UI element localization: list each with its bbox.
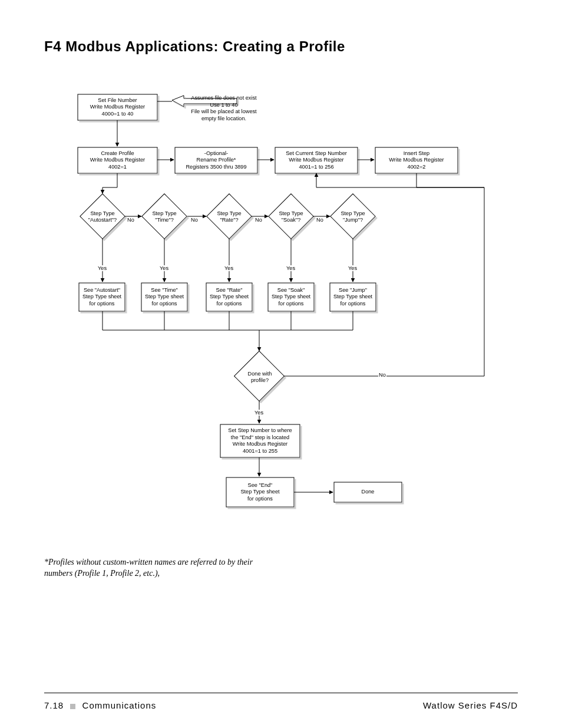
d-rate-2: "Rate"? (220, 217, 238, 224)
see-jump-3: for options (340, 301, 366, 308)
see-soak-3: for options (279, 301, 304, 308)
d-autostart-1: Step Type (90, 210, 114, 218)
yes-5: Yes (348, 265, 358, 271)
box-insert-1: Insert Step (404, 150, 429, 157)
box-setfile-3: 4000=1 to 40 (102, 111, 134, 118)
box-create-1: Create Profile (101, 150, 134, 157)
yes-2: Yes (159, 265, 169, 271)
d-rate-1: Step Type (217, 210, 241, 218)
yes-done: Yes (254, 410, 264, 416)
d-jump-2: "Jump"? (343, 217, 363, 224)
box-insert-3: 4002=2 (408, 164, 426, 171)
box-optional-1: -Optional- (204, 150, 228, 157)
setstep-1: Set Step Number to where (228, 427, 292, 434)
setstep-3: Write Modbus Register (233, 441, 287, 448)
flowchart: Set File Number Write Modbus Register 40… (66, 83, 490, 531)
done-box: Done (362, 489, 375, 496)
setstep-4: 4001=1 to 255 (243, 448, 277, 455)
yes-1: Yes (97, 265, 107, 271)
d-soak-1: Step Type (279, 210, 303, 218)
d-time-1: Step Type (152, 210, 176, 218)
box-setcur-2: Write Modbus Register (289, 157, 343, 164)
d-jump-1: Step Type (340, 210, 365, 218)
box-create-3: 4002=1 (108, 164, 127, 171)
box-setfile-2: Write Modbus Register (90, 104, 145, 111)
yes-4: Yes (286, 265, 296, 271)
box-assumes-2: Use 1 to 40 (210, 102, 238, 109)
see-auto-3: for options (90, 301, 115, 308)
footer-left: 7.18 Communications (44, 700, 156, 710)
page-title: F4 Modbus Applications: Creating a Profi… (44, 38, 345, 55)
box-insert-2: Write Modbus Register (389, 157, 444, 164)
d-time-2: "Time"? (155, 217, 174, 224)
see-auto-1: See "Autostart" (84, 287, 120, 294)
footer-rule (44, 693, 518, 693)
setstep-2: the "End" step is located (231, 434, 289, 442)
footer-right: Watlow Series F4S/D (423, 700, 518, 710)
see-auto-2: Step Type sheet (82, 294, 121, 301)
see-end-2: Step Type sheet (240, 489, 279, 496)
box-setcur-3: 4001=1 to 256 (299, 164, 333, 171)
footer-square-icon (70, 704, 75, 709)
yes-3: Yes (224, 265, 234, 271)
no-3: No (254, 217, 263, 223)
box-setcur-1: Set Current Step Number (286, 150, 347, 157)
no-1: No (127, 217, 135, 223)
box-optional-3: Registers 3500 thru 3899 (186, 164, 246, 171)
d-done-2: profile? (251, 377, 269, 384)
box-optional-2: Rename Profile* (197, 157, 236, 164)
see-soak-2: Step Type sheet (272, 294, 310, 301)
see-end-1: See "End" (248, 482, 273, 489)
see-jump-2: Step Type sheet (333, 294, 372, 301)
see-time-2: Step Type sheet (145, 294, 184, 301)
d-done-1: Done with (248, 371, 272, 378)
box-assumes-1: Assumes file does not exist (191, 95, 256, 102)
see-rate-3: for options (217, 301, 242, 308)
footer-section: Communications (82, 700, 157, 710)
see-end-3: for options (247, 496, 273, 503)
d-autostart-2: "Autostart"? (88, 217, 117, 224)
no-2: No (190, 217, 199, 223)
d-soak-2: "Soak"? (282, 217, 301, 224)
see-rate-2: Step Type sheet (210, 294, 249, 301)
box-assumes-3: File will be placed at lowest (191, 108, 256, 116)
see-time-3: for options (152, 301, 177, 308)
box-create-2: Write Modbus Register (90, 157, 145, 164)
no-4: No (316, 217, 324, 223)
no-done: No (378, 372, 386, 378)
box-assumes-4: empty file location. (201, 116, 246, 123)
see-jump-1: See "Jump" (339, 287, 367, 294)
footer-page: 7.18 (44, 700, 64, 710)
box-setfile-1: Set File Number (98, 97, 137, 104)
see-rate-1: See "Rate" (216, 287, 243, 294)
see-time-1: See "Time" (151, 287, 178, 294)
see-soak-1: See "Soak" (277, 287, 305, 294)
footnote: *Profiles without custom-written names a… (44, 557, 268, 579)
